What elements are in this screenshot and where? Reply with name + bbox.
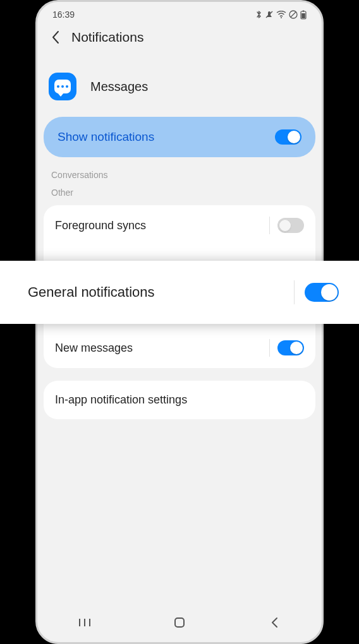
app-identity: Messages: [37, 57, 322, 113]
show-notifications-toggle[interactable]: [275, 129, 301, 145]
status-icons: [255, 10, 307, 20]
new-messages-row[interactable]: New messages: [44, 328, 315, 368]
svg-rect-10: [175, 618, 184, 627]
foreground-syncs-toggle[interactable]: [277, 218, 304, 233]
general-notifications-label: General notifications: [28, 284, 155, 301]
nav-back[interactable]: [262, 616, 287, 629]
recents-icon: [78, 617, 91, 628]
wifi-icon: [276, 11, 286, 18]
chevron-left-icon: [51, 30, 60, 44]
foreground-syncs-label: Foreground syncs: [55, 219, 146, 232]
svg-rect-6: [301, 13, 305, 18]
foreground-syncs-row[interactable]: Foreground syncs: [44, 205, 315, 246]
nav-home[interactable]: [167, 616, 192, 629]
battery-icon: [300, 10, 307, 20]
divider: [269, 339, 270, 357]
new-messages-toggle[interactable]: [277, 340, 304, 355]
mute-icon: [265, 10, 274, 19]
show-notifications-row[interactable]: Show notifications: [44, 117, 315, 157]
status-time: 16:39: [52, 9, 75, 20]
status-bar: 16:39: [37, 6, 322, 23]
home-icon: [173, 616, 186, 629]
svg-point-1: [281, 17, 282, 18]
no-sim-icon: [289, 10, 298, 19]
nav-recents[interactable]: [72, 617, 97, 628]
in-app-settings-label: In-app notification settings: [55, 393, 304, 407]
new-messages-label: New messages: [55, 342, 133, 355]
bluetooth-icon: [255, 10, 262, 19]
system-nav-bar: [37, 609, 322, 636]
back-button[interactable]: [49, 30, 63, 44]
divider: [269, 217, 270, 234]
app-name: Messages: [90, 80, 148, 94]
back-icon: [270, 616, 279, 629]
header: Notifications: [37, 23, 322, 57]
general-notifications-row[interactable]: General notifications: [0, 261, 359, 324]
page-title: Notifications: [71, 30, 143, 45]
show-notifications-label: Show notifications: [58, 130, 154, 144]
section-other: Other: [37, 182, 322, 200]
divider: [294, 280, 295, 304]
in-app-settings-row[interactable]: In-app notification settings: [44, 381, 315, 419]
section-conversations: Conversations: [37, 157, 322, 182]
messages-app-icon: [49, 73, 76, 100]
svg-rect-5: [303, 10, 305, 11]
svg-line-3: [291, 12, 296, 17]
general-notifications-toggle[interactable]: [305, 283, 339, 302]
